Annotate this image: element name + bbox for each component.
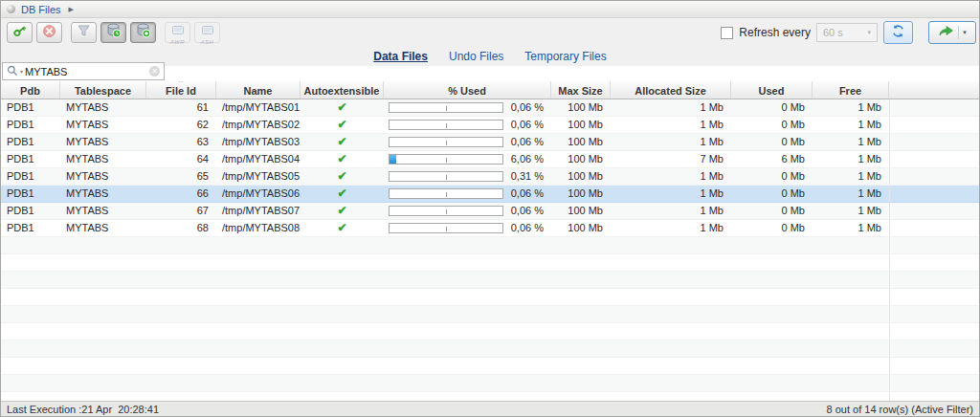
cancel-icon: [42, 24, 56, 42]
cancel-button[interactable]: [36, 22, 62, 43]
column-header-pdb[interactable]: Pdb: [1, 81, 60, 99]
pct-used-bar: [389, 171, 503, 182]
cell-tablespace: MYTABS: [60, 134, 146, 150]
db-time-button[interactable]: [100, 22, 126, 43]
cell-autoextensible: ✔: [301, 151, 384, 167]
column-header-free[interactable]: Free: [813, 81, 889, 99]
column-header-allocated-size[interactable]: Allocated Size: [611, 81, 731, 99]
last-execution-status: Last Execution :21 Apr 20:28:41: [7, 404, 159, 415]
database-clock-icon: [106, 23, 122, 42]
cell-pdb: PDB1: [1, 186, 60, 202]
check-icon: ✔: [337, 169, 346, 183]
cell-free: 1 Mb: [813, 168, 889, 185]
check-icon: ✔: [337, 135, 346, 148]
pct-used-value: 0,06 %: [511, 203, 544, 219]
check-icon: ✔: [337, 118, 346, 131]
cell-max-size: 100 Mb: [551, 186, 611, 202]
empty-row: [1, 392, 979, 401]
globe-icon: [7, 5, 15, 13]
search-input[interactable]: [25, 66, 147, 77]
cell-max-size: 100 Mb: [551, 220, 611, 236]
table-row[interactable]: PDB1 MYTABS 61 /tmp/MYTABS01.dbf ✔ 0,06 …: [1, 99, 979, 117]
table-header: Pdb Tablespace ^File Id Name Autoextensi…: [1, 81, 979, 99]
cell-autoextensible: ✔: [301, 186, 384, 202]
tab-temporary-files[interactable]: Temporary Files: [524, 50, 606, 63]
cell-tablespace: MYTABS: [60, 168, 146, 185]
table-row[interactable]: PDB1 MYTABS 64 /tmp/MYTABS04.dbf ✔ 6,06 …: [1, 151, 979, 168]
pct-used-bar: [389, 154, 503, 165]
cell-used: 0 Mb: [731, 117, 813, 133]
empty-row: [1, 289, 979, 306]
button-divider: [958, 26, 959, 39]
filter-button[interactable]: [71, 22, 97, 43]
refresh-icon: [891, 24, 905, 42]
connect-button[interactable]: [7, 22, 33, 43]
cell-pdb: PDB1: [1, 99, 60, 116]
column-header-max-size[interactable]: Max Size: [551, 81, 611, 99]
chevron-down-icon[interactable]: ▾: [963, 29, 967, 36]
cell-tablespace: MYTABS: [60, 220, 146, 236]
cell-autoextensible: ✔: [301, 99, 384, 116]
cell-autoextensible: ✔: [301, 168, 384, 185]
pct-used-bar: [389, 223, 503, 233]
ash-report-icon: [202, 21, 213, 38]
cell-free: 1 Mb: [813, 220, 889, 236]
table-row[interactable]: PDB1 MYTABS 67 /tmp/MYTABS07.dbf ✔ 0,06 …: [1, 203, 979, 220]
search-icon[interactable]: [7, 63, 18, 80]
cell-empty: [889, 203, 979, 219]
cell-free: 1 Mb: [813, 203, 889, 219]
cell-file-id: 64: [146, 151, 216, 167]
search-box: ▾ ✕: [2, 62, 165, 80]
ash-report-button[interactable]: ASH: [194, 22, 220, 43]
table-row[interactable]: PDB1 MYTABS 66 /tmp/MYTABS06.dbf ✔ 0,06 …: [1, 186, 979, 203]
refresh-every-checkbox[interactable]: [721, 27, 733, 39]
breadcrumb-db-files[interactable]: DB Files: [21, 4, 61, 15]
row-count-status: 8 out of 14 row(s) (Active Filter): [827, 404, 973, 415]
column-header-pct-used[interactable]: % Used: [384, 81, 551, 99]
search-options-caret-icon[interactable]: ▾: [20, 68, 23, 75]
export-button[interactable]: ▾: [928, 21, 976, 44]
cell-pct-used: 0,06 %: [384, 220, 551, 236]
cell-max-size: 100 Mb: [551, 168, 611, 185]
refresh-button[interactable]: [883, 21, 913, 44]
cell-max-size: 100 Mb: [551, 99, 611, 116]
cell-file-id: 68: [146, 220, 216, 236]
cell-used: 0 Mb: [731, 134, 813, 150]
refresh-interval-select[interactable]: 60 s ▾: [816, 23, 878, 42]
cell-allocated-size: 1 Mb: [611, 220, 731, 236]
awr-report-button[interactable]: AWR: [165, 22, 190, 43]
table-row[interactable]: PDB1 MYTABS 63 /tmp/MYTABS03.dbf ✔ 0,06 …: [1, 134, 979, 151]
status-bar: Last Execution :21 Apr 20:28:41 8 out of…: [1, 401, 979, 416]
clear-search-icon[interactable]: ✕: [149, 66, 160, 77]
cell-empty: [889, 220, 979, 236]
cell-file-id: 63: [146, 134, 216, 150]
db-add-button[interactable]: [130, 22, 156, 43]
cell-name: /tmp/MYTABS02.dbf: [216, 117, 301, 133]
pct-used-value: 0,31 %: [511, 168, 544, 185]
tab-undo-files[interactable]: Undo Files: [449, 50, 503, 63]
column-header-name[interactable]: Name: [216, 81, 301, 99]
table-row[interactable]: PDB1 MYTABS 62 /tmp/MYTABS02.dbf ✔ 0,06 …: [1, 117, 979, 134]
cell-file-id: 62: [146, 117, 216, 133]
pct-used-bar: [389, 120, 503, 130]
cell-name: /tmp/MYTABS04.dbf: [216, 151, 301, 167]
tab-data-files[interactable]: Data Files: [373, 50, 428, 63]
cell-used: 0 Mb: [731, 203, 813, 219]
pct-used-bar: [389, 206, 503, 216]
column-header-autoextensible[interactable]: Autoextensible: [301, 81, 384, 99]
cell-pct-used: 0,06 %: [384, 117, 551, 133]
cell-pdb: PDB1: [1, 203, 60, 219]
cell-autoextensible: ✔: [301, 134, 384, 150]
cell-used: 0 Mb: [731, 99, 813, 116]
breadcrumb-arrow-icon[interactable]: ▶: [67, 6, 74, 13]
empty-row: [1, 358, 979, 375]
cell-empty: [889, 186, 979, 202]
cell-used: 0 Mb: [731, 220, 813, 236]
column-header-tablespace[interactable]: Tablespace: [60, 81, 146, 99]
table-row[interactable]: PDB1 MYTABS 68 /tmp/MYTABS08.dbf ✔ 0,06 …: [1, 220, 979, 237]
awr-report-icon: [172, 21, 184, 38]
table-row[interactable]: PDB1 MYTABS 65 /tmp/MYTABS05.dbf ✔ 0,31 …: [1, 168, 979, 186]
table-body: PDB1 MYTABS 61 /tmp/MYTABS01.dbf ✔ 0,06 …: [1, 99, 979, 401]
column-header-used[interactable]: Used: [731, 81, 813, 99]
column-header-file-id[interactable]: ^File Id: [146, 81, 216, 99]
